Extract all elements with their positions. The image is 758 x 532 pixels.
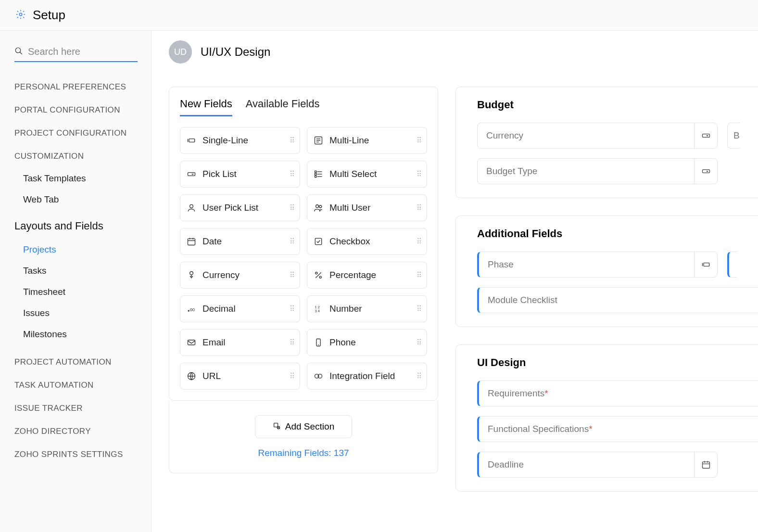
section-title: UI Design (477, 356, 758, 369)
drag-handle-icon[interactable]: ⠿ (417, 375, 421, 378)
drag-handle-icon[interactable]: ⠿ (417, 240, 421, 243)
drag-handle-icon[interactable]: ⠿ (290, 240, 294, 243)
field-phase[interactable]: Phase (477, 252, 718, 278)
field-type-date[interactable]: Date⠿ (180, 228, 300, 255)
drag-handle-icon[interactable]: ⠿ (417, 307, 421, 310)
nav-project-configuration[interactable]: PROJECT CONFIGURATION (14, 122, 138, 145)
field-type-users[interactable]: Multi User⠿ (307, 194, 427, 221)
field-type-label: Date (202, 236, 284, 247)
drag-handle-icon[interactable]: ⠿ (417, 274, 421, 277)
field-type-label: URL (202, 371, 284, 381)
field-tabs: New Fields Available Fields (180, 98, 427, 116)
percent-icon (313, 270, 324, 280)
field-type-decimal[interactable]: Decimal⠿ (180, 295, 300, 322)
field-type-single-line[interactable]: Single-Line⠿ (180, 127, 300, 154)
section-budget: Budget Currency B Budget Type (455, 87, 758, 198)
drag-handle-icon[interactable]: ⠿ (417, 341, 421, 344)
nav-milestones[interactable]: Milestones (14, 324, 138, 345)
section-additional-fields: Additional Fields Phase Module Checklist (455, 215, 758, 327)
nav-projects[interactable]: Projects (14, 239, 138, 260)
field-type-percent[interactable]: Percentage⠿ (307, 262, 427, 289)
field-label: Phase (479, 259, 694, 270)
date-icon (186, 236, 197, 247)
field-label: Currency (478, 130, 694, 141)
layout-title: UI/UX Design (201, 45, 270, 59)
field-type-currency[interactable]: Currency⠿ (180, 262, 300, 289)
nav-tasks[interactable]: Tasks (14, 260, 138, 281)
field-requirements[interactable]: Requirements* (477, 380, 758, 406)
search-input[interactable] (28, 46, 150, 57)
field-type-phone[interactable]: Phone⠿ (307, 329, 427, 356)
nav-zoho-directory[interactable]: ZOHO DIRECTORY (14, 420, 138, 443)
add-section-icon (273, 421, 280, 432)
nav-task-automation[interactable]: TASK AUTOMATION (14, 374, 138, 397)
field-budget-type[interactable]: Budget Type (477, 158, 718, 184)
palette-footer: Add Section Remaining Fields: 137 (169, 401, 438, 473)
tab-available-fields[interactable]: Available Fields (246, 98, 320, 116)
drag-handle-icon[interactable]: ⠿ (417, 139, 421, 142)
nav-issues[interactable]: Issues (14, 303, 138, 324)
currency-icon (186, 270, 197, 280)
integration-icon (313, 371, 324, 381)
field-type-label: Decimal (202, 304, 284, 314)
field-type-checkbox[interactable]: Checkbox⠿ (307, 228, 427, 255)
field-type-email[interactable]: Email⠿ (180, 329, 300, 356)
nav-issue-tracker[interactable]: ISSUE TRACKER (14, 397, 138, 420)
single-line-icon (186, 135, 197, 146)
field-partial[interactable]: B (727, 123, 740, 149)
drag-handle-icon[interactable]: ⠿ (417, 206, 421, 209)
number-icon (313, 304, 324, 314)
field-type-label: Single-Line (202, 135, 284, 146)
field-label: Requirements* (479, 388, 758, 399)
tab-new-fields[interactable]: New Fields (180, 98, 232, 116)
multi-select-icon (313, 169, 324, 179)
field-type-label: Multi Select (329, 169, 411, 179)
phone-icon (313, 337, 324, 348)
field-type-label: Currency (202, 270, 284, 280)
field-type-label: Checkbox (329, 236, 411, 247)
field-type-label: Number (329, 304, 411, 314)
single-line-icon (694, 252, 717, 277)
page-title: Setup (33, 8, 65, 23)
field-type-user[interactable]: User Pick List⠿ (180, 194, 300, 221)
field-label: Budget Type (478, 166, 694, 177)
field-type-multi-select[interactable]: Multi Select⠿ (307, 161, 427, 188)
field-deadline[interactable]: Deadline (477, 452, 718, 478)
picklist-icon (694, 123, 717, 148)
nav-task-templates[interactable]: Task Templates (14, 168, 138, 189)
nav-layouts-and-fields[interactable]: Layouts and Fields (14, 210, 138, 239)
nav-zoho-sprints[interactable]: ZOHO SPRINTS SETTINGS (14, 443, 138, 466)
field-type-picklist[interactable]: Pick List⠿ (180, 161, 300, 188)
nav-portal-configuration[interactable]: PORTAL CONFIGURATION (14, 99, 138, 122)
drag-handle-icon[interactable]: ⠿ (290, 173, 294, 176)
field-functional-specifications[interactable]: Functional Specifications* (477, 416, 758, 442)
field-currency[interactable]: Currency (477, 123, 718, 149)
field-module-checklist[interactable]: Module Checklist (477, 287, 758, 313)
url-icon (186, 371, 197, 381)
nav-customization[interactable]: CUSTOMIZATION (14, 145, 138, 168)
drag-handle-icon[interactable]: ⠿ (290, 341, 294, 344)
nav-project-automation[interactable]: PROJECT AUTOMATION (14, 351, 138, 374)
field-label: Module Checklist (479, 295, 758, 305)
drag-handle-icon[interactable]: ⠿ (290, 307, 294, 310)
drag-handle-icon[interactable]: ⠿ (290, 206, 294, 209)
field-label: Deadline (479, 459, 694, 470)
sidebar: PERSONAL PREFERENCES PORTAL CONFIGURATIO… (0, 31, 152, 532)
field-type-label: Email (202, 337, 284, 348)
add-section-button[interactable]: Add Section (255, 415, 352, 438)
nav-timesheet[interactable]: Timesheet (14, 281, 138, 303)
field-type-number[interactable]: Number⠿ (307, 295, 427, 322)
drag-handle-icon[interactable]: ⠿ (290, 274, 294, 277)
nav-personal-preferences[interactable]: PERSONAL PREFERENCES (14, 76, 138, 99)
search-wrap[interactable] (14, 44, 138, 62)
drag-handle-icon[interactable]: ⠿ (290, 139, 294, 142)
field-partial[interactable] (727, 252, 737, 278)
checkbox-icon (313, 236, 324, 247)
drag-handle-icon[interactable]: ⠿ (417, 173, 421, 176)
email-icon (186, 337, 197, 348)
field-type-url[interactable]: URL⠿ (180, 363, 300, 390)
field-type-integration[interactable]: Integration Field⠿ (307, 363, 427, 390)
field-type-multi-line[interactable]: Multi-Line⠿ (307, 127, 427, 154)
nav-web-tab[interactable]: Web Tab (14, 189, 138, 210)
drag-handle-icon[interactable]: ⠿ (290, 375, 294, 378)
